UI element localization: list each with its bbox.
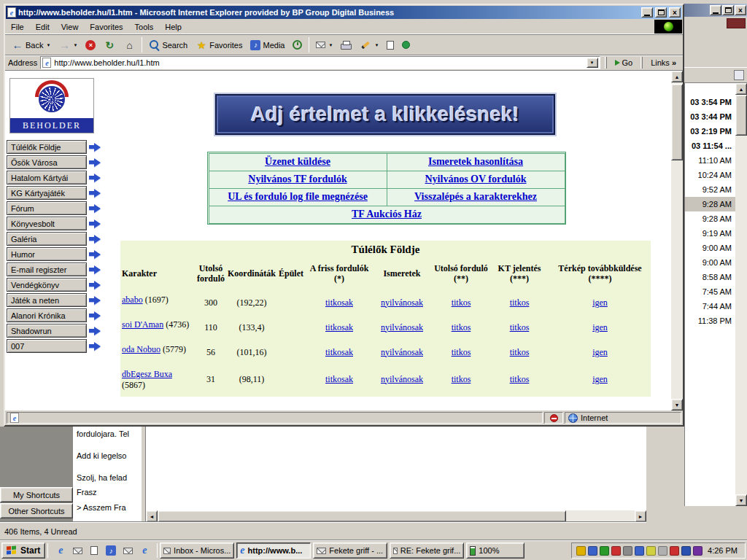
tray-icon[interactable] bbox=[576, 546, 586, 556]
tray-icon[interactable] bbox=[600, 546, 609, 556]
link-tf-aukcios-haz[interactable]: TF Aukciós Ház bbox=[352, 209, 422, 220]
media-button[interactable]: ♪ Media bbox=[247, 36, 288, 54]
character-link[interactable]: oda Nobuo bbox=[122, 344, 160, 354]
ad-banner[interactable]: Adj értelmet a klikkelésnek! bbox=[214, 93, 557, 136]
tray-icon[interactable] bbox=[588, 546, 597, 556]
mail-quicklaunch-icon[interactable] bbox=[121, 544, 134, 557]
menu-view[interactable]: View bbox=[55, 20, 85, 34]
sidebar-item-forum[interactable]: Fórum bbox=[7, 201, 101, 215]
nav-button[interactable]: Vendégkönyv bbox=[7, 278, 87, 292]
link-nyilvanos-tf-fordulok[interactable]: Nyilvános TF fordulók bbox=[248, 174, 347, 185]
last-round-link[interactable]: titkos bbox=[452, 374, 471, 385]
knowledge-link[interactable]: nyilvánosak bbox=[381, 298, 423, 308]
scrollbar-thumb[interactable] bbox=[671, 84, 683, 160]
sidebar-item-007[interactable]: 007 bbox=[7, 339, 101, 353]
tray-icon[interactable] bbox=[670, 546, 679, 556]
close-button[interactable]: × bbox=[735, 5, 746, 15]
message-time[interactable]: 9:28 AM bbox=[685, 211, 735, 226]
sidebar-item-kg-kartyajatek[interactable]: KG Kártyajáték bbox=[7, 186, 101, 200]
favorites-button[interactable]: ★ Favorites bbox=[192, 36, 246, 54]
sidebar-item-konyvesbolt[interactable]: Könyvesbolt bbox=[7, 217, 101, 230]
nav-button[interactable]: E-mail regiszter bbox=[7, 262, 87, 276]
nav-button[interactable]: Alanori Krónika bbox=[7, 308, 87, 322]
last-round-link[interactable]: titkos bbox=[452, 298, 471, 308]
outlook-horizontal-scrollbar[interactable]: ◄ ► bbox=[146, 510, 646, 522]
knowledge-link[interactable]: nyilvánosak bbox=[381, 374, 423, 385]
minimize-button[interactable] bbox=[710, 5, 721, 15]
character-link[interactable]: ababo bbox=[122, 295, 143, 305]
nav-button[interactable]: KG Kártyajáték bbox=[7, 186, 87, 200]
kt-report-link[interactable]: titkos bbox=[510, 298, 530, 308]
sidebar-item-tulelok-foldje[interactable]: Túlélők Földje bbox=[7, 140, 101, 154]
chevron-down-icon[interactable]: ▼ bbox=[73, 43, 77, 47]
start-button[interactable]: Start bbox=[1, 542, 45, 559]
nav-button[interactable]: Túlélők Földje bbox=[7, 140, 87, 154]
nav-button[interactable]: Galéria bbox=[7, 232, 87, 246]
sidebar-item-alanori-kronika[interactable]: Alanori Krónika bbox=[7, 308, 101, 322]
scroll-left-icon[interactable]: ◄ bbox=[146, 510, 158, 522]
scroll-up-icon[interactable]: ▲ bbox=[671, 71, 683, 82]
message-time[interactable]: 10:24 AM bbox=[685, 168, 735, 182]
link-visszalepes-karakterekhez[interactable]: Visszalépés a karakterekhez bbox=[414, 191, 537, 203]
print-button[interactable] bbox=[337, 36, 355, 54]
menu-edit[interactable]: Edit bbox=[30, 20, 55, 34]
kt-report-link[interactable]: titkos bbox=[510, 347, 530, 358]
message-time[interactable]: 9:00 AM bbox=[685, 241, 735, 255]
message-time[interactable]: 9:52 AM bbox=[685, 182, 735, 197]
edit-button[interactable]: ▼ bbox=[356, 36, 382, 54]
link-uzenet-kuldese[interactable]: Üzenet küldése bbox=[265, 156, 330, 168]
tray-icon[interactable] bbox=[658, 546, 667, 556]
discuss-button[interactable] bbox=[383, 36, 398, 54]
link-ul-log-megnezese[interactable]: UL és forduló log file megnézése bbox=[228, 191, 368, 203]
sidebar-item-osok-varosa[interactable]: Ősök Városa bbox=[7, 155, 101, 169]
media-player-icon[interactable]: ♪ bbox=[104, 544, 117, 557]
message-time[interactable]: 11:10 AM bbox=[685, 153, 735, 168]
address-dropdown-icon[interactable]: ▼ bbox=[587, 58, 598, 68]
message-time[interactable]: 03 3:44 PM bbox=[685, 109, 735, 124]
task-re-fekete-griff[interactable]: RE: Fekete grif... bbox=[390, 542, 464, 559]
message-time[interactable]: 11:38 PM bbox=[685, 314, 735, 328]
ie-titlebar[interactable]: e http://www.beholder.hu/l1.htm - Micros… bbox=[6, 6, 682, 19]
scrollbar-thumb[interactable] bbox=[735, 95, 747, 136]
show-desktop-icon[interactable] bbox=[88, 544, 101, 557]
go-button[interactable]: Go bbox=[611, 56, 637, 69]
messenger-button[interactable] bbox=[398, 36, 414, 54]
fresh-rounds-link[interactable]: titkosak bbox=[325, 374, 353, 385]
my-shortcuts-button[interactable]: My Shortcuts bbox=[0, 487, 73, 502]
knowledge-link[interactable]: nyilvánosak bbox=[381, 322, 423, 333]
last-round-link[interactable]: titkos bbox=[452, 347, 471, 358]
fresh-rounds-link[interactable]: titkosak bbox=[325, 347, 353, 358]
outlook-quicklaunch-icon[interactable] bbox=[71, 544, 84, 557]
scroll-down-icon[interactable]: ▼ bbox=[735, 494, 747, 506]
tray-icon[interactable] bbox=[693, 546, 703, 556]
pane-divider[interactable] bbox=[141, 427, 146, 522]
nav-button[interactable]: 007 bbox=[7, 339, 87, 353]
chevron-down-icon[interactable]: ▼ bbox=[374, 43, 379, 47]
toolbar-gripper[interactable] bbox=[640, 57, 643, 69]
character-link[interactable]: dbEgesz Buxa bbox=[122, 369, 172, 379]
stop-button[interactable]: × bbox=[82, 36, 99, 54]
fresh-rounds-link[interactable]: titkosak bbox=[325, 322, 353, 333]
map-forward-link[interactable]: igen bbox=[592, 298, 608, 308]
message-time[interactable]: 7:44 AM bbox=[685, 299, 735, 314]
ie-quicklaunch-icon[interactable]: e bbox=[138, 544, 151, 557]
tray-icon[interactable] bbox=[646, 546, 656, 556]
tray-icon[interactable] bbox=[681, 546, 691, 556]
scrollbar-thumb[interactable] bbox=[158, 510, 566, 522]
tray-icon[interactable] bbox=[623, 546, 632, 556]
mail-button[interactable]: ▼ bbox=[312, 36, 336, 54]
beholder-logo[interactable]: BEHOLDER bbox=[9, 78, 94, 133]
link-nyilvanos-ov-fordulok[interactable]: Nyilvános OV fordulók bbox=[425, 174, 527, 185]
character-link[interactable]: soi D'Aman bbox=[122, 319, 163, 330]
chevron-down-icon[interactable]: ▼ bbox=[46, 43, 50, 47]
nav-button[interactable]: Ősök Városa bbox=[7, 155, 87, 169]
nav-button[interactable]: Játék a neten bbox=[7, 293, 87, 307]
fresh-rounds-link[interactable]: titkosak bbox=[325, 298, 353, 308]
scroll-up-icon[interactable]: ▲ bbox=[735, 83, 747, 95]
tray-icon[interactable] bbox=[635, 546, 644, 556]
task-fekete-griff[interactable]: Fekete griff - ... bbox=[313, 542, 387, 559]
other-shortcuts-button[interactable]: Other Shortcuts bbox=[0, 503, 73, 518]
nav-button[interactable]: Könyvesbolt bbox=[7, 217, 87, 230]
link-ismeretek-hasonlitasa[interactable]: Ismeretek hasonlítása bbox=[428, 156, 523, 168]
history-button[interactable] bbox=[289, 36, 306, 54]
